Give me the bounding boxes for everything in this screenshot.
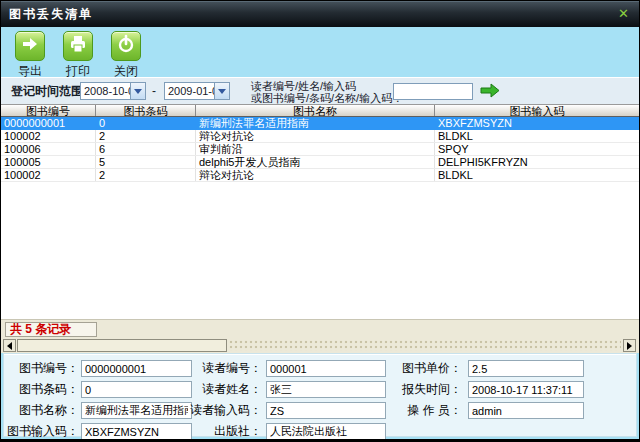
reader-inputcode-field[interactable] — [266, 402, 386, 419]
table-row[interactable]: 100002 2 辩论对抗论 BLDKL — [1, 130, 639, 143]
cell-barcode: 2 — [96, 169, 196, 181]
cell-book-id: 100006 — [1, 143, 96, 155]
cell-input-code: SPQY — [435, 143, 639, 155]
loss-time-label: 报失时间： — [389, 381, 462, 398]
cell-input-code: BLDKL — [435, 169, 639, 181]
search-label: 读者编号/姓名/输入码 或图书编号/条码/名称/输入码： — [251, 80, 403, 104]
book-inputcode-field[interactable] — [81, 423, 192, 440]
chevron-down-icon[interactable] — [130, 83, 145, 99]
column-header-book-id[interactable]: 图书编号 — [1, 105, 96, 116]
toolbar: 导出 打印 — [1, 27, 639, 77]
book-barcode-label: 图书条码： — [6, 381, 79, 398]
scroll-left-icon — [7, 342, 12, 350]
filter-bar: 登记时间范围： 2008-10-01 - 2009-01-05 读者编号/姓名/… — [1, 77, 639, 104]
power-icon — [116, 34, 136, 58]
book-name-label: 图书名称： — [6, 402, 79, 419]
print-button[interactable] — [63, 31, 93, 61]
loss-time-field[interactable] — [468, 381, 584, 398]
status-bar: 共 5 条记录 — [1, 319, 639, 338]
cell-input-code: BLDKL — [435, 130, 639, 142]
cell-barcode: 5 — [96, 156, 196, 168]
date-from-select[interactable]: 2008-10-01 — [80, 82, 146, 100]
date-to-value: 2009-01-05 — [165, 83, 214, 99]
date-from-value: 2008-10-01 — [81, 83, 130, 99]
operator-label: 操 作 员： — [389, 402, 462, 419]
cell-barcode: 2 — [96, 130, 196, 142]
scroll-left-button[interactable] — [3, 339, 16, 352]
cell-book-id: 100002 — [1, 169, 96, 181]
date-range-separator: - — [152, 78, 156, 105]
books-table: 图书编号 图书条码 图书名称 图书输入码 0000000001 0 新编刑法罪名… — [1, 104, 639, 319]
search-input[interactable] — [393, 83, 473, 100]
cell-input-code: DELPHI5KFRYZN — [435, 156, 639, 168]
reader-id-label: 读者编号： — [189, 360, 262, 377]
cell-book-id: 100005 — [1, 156, 96, 168]
detail-panel: 图书编号： 图书条码： 图书名称： 图书输入码： 读者编号： 读者姓名： 读者输… — [3, 353, 637, 437]
scroll-right-icon — [627, 342, 632, 350]
table-header: 图书编号 图书条码 图书名称 图书输入码 — [1, 104, 639, 117]
book-loss-list-window: 图书丢失清单 ✕ 导出 打印 — [0, 0, 640, 442]
book-price-field[interactable] — [468, 360, 584, 377]
table-row[interactable]: 0000000001 0 新编刑法罪名适用指南 XBXFZMSYZN — [1, 117, 639, 130]
book-id-label: 图书编号： — [6, 360, 79, 377]
export-arrow-icon — [20, 34, 40, 58]
horizontal-scrollbar[interactable] — [1, 338, 639, 353]
cell-book-id: 100002 — [1, 130, 96, 142]
scroll-right-button[interactable] — [623, 339, 636, 352]
operator-field[interactable] — [468, 402, 584, 419]
reader-name-field[interactable] — [266, 381, 386, 398]
record-count-badge: 共 5 条记录 — [5, 322, 97, 337]
search-label-line1: 读者编号/姓名/输入码 — [251, 80, 403, 92]
cell-book-id: 0000000001 — [1, 117, 96, 129]
table-row[interactable]: 100002 2 辩论对抗论 BLDKL — [1, 169, 639, 182]
cell-name: 辩论对抗论 — [196, 130, 435, 142]
reader-name-label: 读者姓名： — [189, 381, 262, 398]
reader-id-field[interactable] — [266, 360, 386, 377]
cell-name: 辩论对抗论 — [196, 169, 435, 181]
cell-input-code: XBXFZMSYZN — [435, 117, 639, 129]
search-label-line2: 或图书编号/条码/名称/输入码： — [251, 92, 403, 104]
book-name-field[interactable] — [81, 402, 192, 419]
book-id-field[interactable] — [81, 360, 192, 377]
cell-barcode: 6 — [96, 143, 196, 155]
print-tool: 打印 — [61, 31, 95, 80]
export-tool: 导出 — [13, 31, 47, 80]
publisher-field[interactable] — [266, 423, 386, 440]
window-title: 图书丢失清单 — [9, 1, 93, 27]
cell-name: 审判前沿 — [196, 143, 435, 155]
reader-inputcode-label: 读者输入码： — [189, 402, 262, 419]
publisher-label: 出版社： — [189, 423, 262, 440]
cell-name: 新编刑法罪名适用指南 — [196, 117, 435, 129]
table-row[interactable]: 100006 6 审判前沿 SPQY — [1, 143, 639, 156]
column-header-barcode[interactable]: 图书条码 — [96, 105, 196, 116]
book-inputcode-label: 图书输入码： — [6, 423, 79, 440]
export-button[interactable] — [15, 31, 45, 61]
go-arrow-icon[interactable] — [480, 83, 500, 101]
cell-name: delphi5开发人员指南 — [196, 156, 435, 168]
cell-barcode: 0 — [96, 117, 196, 129]
close-tool: 关闭 — [109, 31, 143, 80]
printer-icon — [68, 34, 88, 58]
column-header-input-code[interactable]: 图书输入码 — [435, 105, 639, 116]
column-header-name[interactable]: 图书名称 — [196, 105, 435, 116]
close-button[interactable] — [111, 31, 141, 61]
chevron-down-icon[interactable] — [214, 83, 229, 99]
scrollbar-thumb[interactable] — [17, 339, 227, 352]
table-row[interactable]: 100005 5 delphi5开发人员指南 DELPHI5KFRYZN — [1, 156, 639, 169]
title-bar: 图书丢失清单 ✕ — [1, 1, 639, 27]
scrollbar-track[interactable] — [229, 340, 621, 351]
close-icon[interactable]: ✕ — [618, 5, 629, 23]
date-to-select[interactable]: 2009-01-05 — [164, 82, 230, 100]
book-price-label: 图书单价： — [389, 360, 462, 377]
book-barcode-field[interactable] — [81, 381, 192, 398]
